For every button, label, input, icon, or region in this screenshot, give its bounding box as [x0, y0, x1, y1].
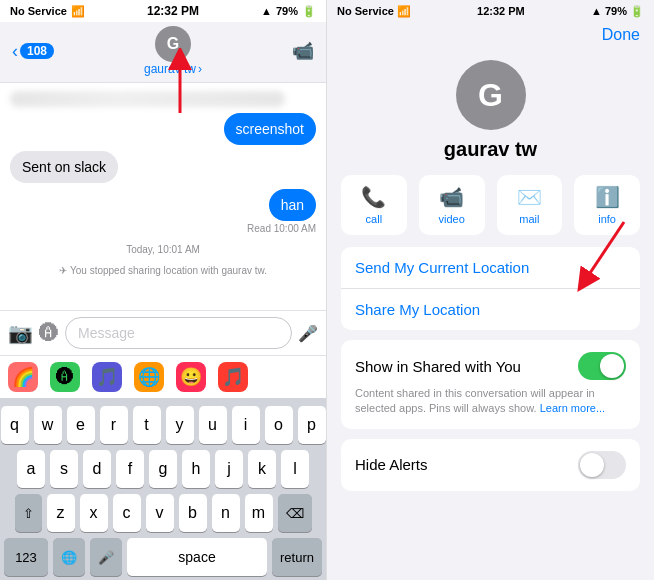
message-input-bar: 📷 🅐 Message 🎤: [0, 310, 326, 355]
shared-with-you-toggle[interactable]: [578, 352, 626, 380]
right-time: 12:32 PM: [477, 5, 525, 17]
key-c[interactable]: c: [113, 494, 141, 532]
nav-contact-center[interactable]: G gaurav tw ›: [144, 26, 202, 76]
shared-with-you-section: Show in Shared with You Content shared i…: [341, 340, 640, 429]
right-battery-icon: 🔋: [630, 5, 644, 17]
key-u[interactable]: u: [199, 406, 227, 444]
key-w[interactable]: w: [34, 406, 62, 444]
left-gps-icon: ▲: [261, 5, 272, 17]
message-count-badge: 108: [20, 43, 54, 59]
message-bubble: han: [269, 189, 316, 221]
key-x[interactable]: x: [80, 494, 108, 532]
outgoing-message-screenshot: screenshot: [10, 113, 316, 145]
key-s[interactable]: s: [50, 450, 78, 488]
message-input[interactable]: Message: [65, 317, 292, 349]
messages-area: screenshot Sent on slack han Read 10:00 …: [0, 83, 326, 310]
delete-key[interactable]: ⌫: [278, 494, 312, 532]
tray-photos-icon[interactable]: 🌈: [8, 362, 38, 392]
key-o[interactable]: o: [265, 406, 293, 444]
learn-more-link[interactable]: Learn more...: [540, 402, 605, 414]
contact-name-large: gaurav tw: [444, 138, 537, 161]
keyboard-row-1: q w e r t y u i o p: [4, 406, 322, 444]
key-k[interactable]: k: [248, 450, 276, 488]
call-button[interactable]: 📞 call: [341, 175, 407, 235]
hide-alerts-label: Hide Alerts: [355, 456, 428, 473]
action-buttons-row: 📞 call 📹 video ✉️ mail ℹ️ info: [327, 175, 654, 247]
right-status-bar: No Service 📶 12:32 PM ▲ 79% 🔋: [327, 0, 654, 22]
return-key[interactable]: return: [272, 538, 322, 576]
toggle-knob-off: [580, 453, 604, 477]
globe-key[interactable]: 🌐: [53, 538, 85, 576]
nav-avatar: G: [155, 26, 191, 62]
mail-icon: ✉️: [517, 185, 542, 209]
tray-music-icon[interactable]: 🎵: [92, 362, 122, 392]
shared-with-you-label: Show in Shared with You: [355, 358, 521, 375]
key-q[interactable]: q: [1, 406, 29, 444]
hide-alerts-toggle[interactable]: [578, 451, 626, 479]
key-l[interactable]: l: [281, 450, 309, 488]
numbers-key[interactable]: 123: [4, 538, 48, 576]
apps-icon[interactable]: 🅐: [39, 322, 59, 345]
mail-button[interactable]: ✉️ mail: [497, 175, 563, 235]
done-button[interactable]: Done: [602, 26, 640, 44]
shared-with-you-description: Content shared in this conversation will…: [355, 386, 626, 417]
video-icon: 📹: [439, 185, 464, 209]
left-signal: No Service: [10, 5, 67, 17]
right-wifi-icon: 📶: [397, 5, 411, 17]
right-nav: Done: [327, 22, 654, 52]
blurred-message: [10, 91, 285, 107]
nav-contact-name: gaurav tw ›: [144, 62, 202, 76]
key-f[interactable]: f: [116, 450, 144, 488]
contact-section: G gaurav tw: [327, 52, 654, 175]
right-status-left: No Service 📶: [337, 5, 411, 18]
key-m[interactable]: m: [245, 494, 273, 532]
key-a[interactable]: a: [17, 450, 45, 488]
back-button[interactable]: ‹ 108: [12, 42, 54, 60]
key-v[interactable]: v: [146, 494, 174, 532]
tray-world-icon[interactable]: 🌐: [134, 362, 164, 392]
tray-apple-music-icon[interactable]: 🎵: [218, 362, 248, 392]
message-bubble: screenshot: [224, 113, 316, 145]
left-panel: No Service 📶 12:32 PM ▲ 79% 🔋 ‹ 108 G ga…: [0, 0, 327, 580]
key-d[interactable]: d: [83, 450, 111, 488]
key-j[interactable]: j: [215, 450, 243, 488]
info-icon: ℹ️: [595, 185, 620, 209]
tray-appstore-icon[interactable]: 🅐: [50, 362, 80, 392]
camera-icon[interactable]: 📷: [8, 321, 33, 345]
key-z[interactable]: z: [47, 494, 75, 532]
key-e[interactable]: e: [67, 406, 95, 444]
video-call-button[interactable]: 📹: [292, 40, 314, 62]
key-p[interactable]: p: [298, 406, 326, 444]
left-status-left: No Service 📶: [10, 5, 85, 18]
app-tray: 🌈 🅐 🎵 🌐 😀 🎵: [0, 355, 326, 398]
key-r[interactable]: r: [100, 406, 128, 444]
call-icon: 📞: [361, 185, 386, 209]
tray-emoji-icon[interactable]: 😀: [176, 362, 206, 392]
send-location-button[interactable]: Send My Current Location: [341, 247, 640, 289]
mic-key[interactable]: 🎤: [90, 538, 122, 576]
keyboard-row-2: a s d f g h j k l: [4, 450, 322, 488]
key-n[interactable]: n: [212, 494, 240, 532]
key-i[interactable]: i: [232, 406, 260, 444]
info-label: info: [598, 213, 616, 225]
key-g[interactable]: g: [149, 450, 177, 488]
outgoing-message-han: han Read 10:00 AM: [10, 189, 316, 234]
keyboard-bottom-row: 123 🌐 🎤 space return: [4, 538, 322, 576]
left-wifi-icon: 📶: [71, 5, 85, 18]
toggle-knob: [600, 354, 624, 378]
video-button[interactable]: 📹 video: [419, 175, 485, 235]
chevron-icon: ›: [198, 62, 202, 76]
space-key[interactable]: space: [127, 538, 267, 576]
shift-key[interactable]: ⇧: [15, 494, 42, 532]
key-h[interactable]: h: [182, 450, 210, 488]
left-status-right: ▲ 79% 🔋: [261, 5, 316, 18]
key-t[interactable]: t: [133, 406, 161, 444]
info-button[interactable]: ℹ️ info: [574, 175, 640, 235]
mail-label: mail: [519, 213, 539, 225]
left-battery-icon: 🔋: [302, 5, 316, 18]
share-location-button[interactable]: Share My Location: [341, 289, 640, 330]
mic-icon[interactable]: 🎤: [298, 324, 318, 343]
key-y[interactable]: y: [166, 406, 194, 444]
key-b[interactable]: b: [179, 494, 207, 532]
left-time: 12:32 PM: [147, 4, 199, 18]
